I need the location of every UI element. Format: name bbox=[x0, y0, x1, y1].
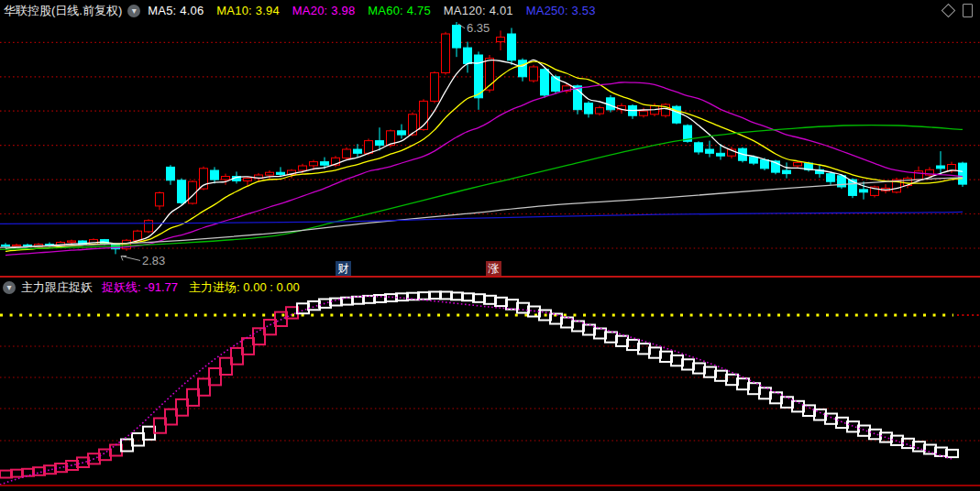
price-annotations: 6.352.83 bbox=[121, 21, 490, 267]
stock-app-window: 华联控股(日线.前复权) ▾ MA5: 4.06MA10: 3.94MA20: … bbox=[0, 0, 980, 491]
marker-tag-zhang[interactable]: 涨 bbox=[486, 261, 501, 277]
bottom-border bbox=[0, 485, 980, 486]
candles-group bbox=[2, 22, 967, 254]
sub-chart-header: ▾ 主力跟庄捉妖 捉妖线: -91.77 主力进场: 0.00 : 0.00 bbox=[0, 279, 980, 295]
indicator-name: 主力跟庄捉妖 bbox=[21, 279, 93, 296]
sub-chart-canvas[interactable] bbox=[0, 278, 980, 486]
chevron-down-icon: ▾ bbox=[6, 283, 11, 292]
indicator-value-zhuoyaoxian: 捉妖线: -91.77 bbox=[102, 279, 178, 296]
high-annotation: 6.35 bbox=[467, 21, 490, 35]
main-chart-canvas[interactable]: 6.352.83 bbox=[0, 0, 980, 278]
indicator-value-zhulijinchang: 主力进场: 0.00 : 0.00 bbox=[189, 279, 300, 296]
magenta-curve bbox=[0, 296, 952, 485]
marker-tag-cai[interactable]: 财 bbox=[336, 261, 351, 277]
low-annotation: 2.83 bbox=[142, 254, 165, 267]
collapse-sub-panel-button[interactable]: ▾ bbox=[3, 281, 16, 294]
zhuoyao-step-boxes bbox=[0, 292, 958, 478]
